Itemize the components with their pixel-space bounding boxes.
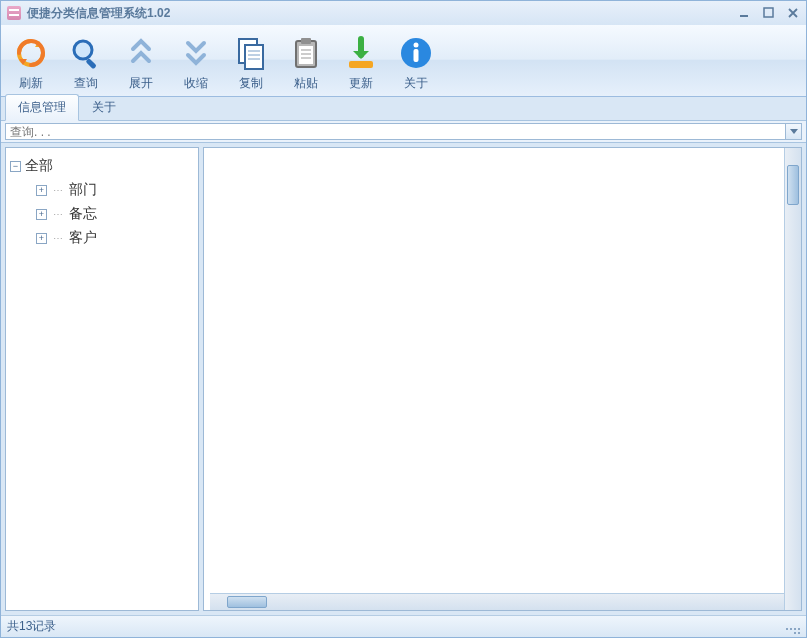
- search-combobox[interactable]: [5, 123, 802, 140]
- svg-rect-18: [413, 49, 418, 62]
- svg-rect-10: [301, 38, 311, 44]
- refresh-label: 刷新: [19, 75, 43, 92]
- paste-button[interactable]: 粘贴: [278, 29, 333, 96]
- svg-rect-1: [764, 8, 773, 17]
- tree-node-memo[interactable]: + ⋯ 备忘: [10, 202, 194, 226]
- tree-toggle-collapse[interactable]: −: [10, 161, 21, 172]
- svg-point-17: [413, 42, 418, 47]
- toolbar: 刷新 查询 展开 收缩 复制 粘贴 更新: [1, 25, 806, 97]
- minimize-button[interactable]: [738, 6, 752, 20]
- close-button[interactable]: [786, 6, 800, 20]
- resize-grip[interactable]: [786, 620, 800, 634]
- expand-label: 展开: [129, 75, 153, 92]
- about-label: 关于: [404, 75, 428, 92]
- svg-rect-3: [85, 58, 96, 69]
- svg-rect-15: [349, 61, 373, 68]
- svg-rect-11: [299, 46, 313, 64]
- refresh-button[interactable]: 刷新: [3, 29, 58, 96]
- query-label: 查询: [74, 75, 98, 92]
- tree-toggle-expand[interactable]: +: [36, 209, 47, 220]
- tree-toggle-expand[interactable]: +: [36, 233, 47, 244]
- window-title: 便捷分类信息管理系统1.02: [27, 5, 170, 22]
- paste-icon: [287, 34, 325, 72]
- tree-item-label: 部门: [69, 181, 97, 199]
- tree-toggle-expand[interactable]: +: [36, 185, 47, 196]
- vertical-scrollbar[interactable]: [784, 148, 801, 610]
- tabbar: 信息管理 关于: [1, 97, 806, 121]
- tree-root-label: 全部: [25, 157, 53, 175]
- searchbar: [1, 121, 806, 143]
- collapse-icon: [177, 34, 215, 72]
- main-panel: [203, 147, 802, 611]
- tree-node-department[interactable]: + ⋯ 部门: [10, 178, 194, 202]
- tree-node-customer[interactable]: + ⋯ 客户: [10, 226, 194, 250]
- query-button[interactable]: 查询: [58, 29, 113, 96]
- paste-label: 粘贴: [294, 75, 318, 92]
- search-icon: [67, 34, 105, 72]
- copy-button[interactable]: 复制: [223, 29, 278, 96]
- refresh-icon: [12, 34, 50, 72]
- update-label: 更新: [349, 75, 373, 92]
- expand-icon: [122, 34, 160, 72]
- svg-point-2: [74, 41, 92, 59]
- titlebar: 便捷分类信息管理系统1.02: [1, 1, 806, 25]
- update-button[interactable]: 更新: [333, 29, 388, 96]
- tree-item-label: 备忘: [69, 205, 97, 223]
- statusbar: 共13记录: [1, 615, 806, 637]
- collapse-button[interactable]: 收缩: [168, 29, 223, 96]
- svg-rect-5: [245, 45, 263, 69]
- copy-label: 复制: [239, 75, 263, 92]
- tree-item-label: 客户: [69, 229, 97, 247]
- vertical-scroll-thumb[interactable]: [787, 165, 799, 205]
- content-area: − 全部 + ⋯ 部门 + ⋯ 备忘 + ⋯ 客户: [1, 143, 806, 615]
- copy-icon: [232, 34, 270, 72]
- app-icon: [7, 6, 21, 20]
- download-icon: [342, 34, 380, 72]
- about-button[interactable]: 关于: [388, 29, 443, 96]
- collapse-label: 收缩: [184, 75, 208, 92]
- tab-about[interactable]: 关于: [79, 94, 129, 120]
- status-text: 共13记录: [7, 618, 56, 635]
- tree-connector-icon: ⋯: [53, 185, 63, 196]
- search-input[interactable]: [6, 124, 785, 139]
- tab-info-management[interactable]: 信息管理: [5, 94, 79, 121]
- tree-root[interactable]: − 全部: [10, 154, 194, 178]
- maximize-button[interactable]: [762, 6, 776, 20]
- expand-button[interactable]: 展开: [113, 29, 168, 96]
- info-icon: [397, 34, 435, 72]
- horizontal-scrollbar[interactable]: [210, 593, 784, 610]
- search-dropdown-button[interactable]: [785, 124, 801, 139]
- svg-rect-0: [740, 15, 748, 17]
- main-content: [210, 154, 784, 604]
- tree-connector-icon: ⋯: [53, 233, 63, 244]
- horizontal-scroll-thumb[interactable]: [227, 596, 267, 608]
- tree-panel: − 全部 + ⋯ 部门 + ⋯ 备忘 + ⋯ 客户: [5, 147, 199, 611]
- tree-connector-icon: ⋯: [53, 209, 63, 220]
